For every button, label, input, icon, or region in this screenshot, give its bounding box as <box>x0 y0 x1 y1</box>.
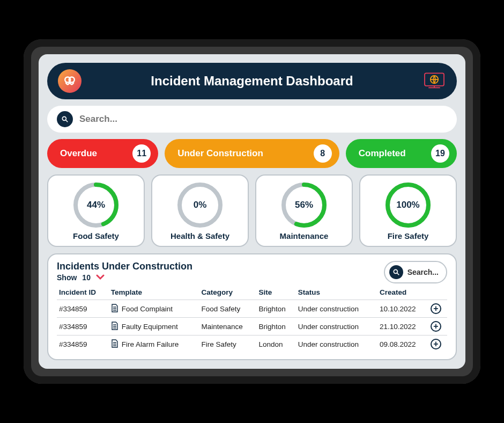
table-title: Incidents Under Construction <box>57 261 192 272</box>
status-pills-row: Overdue11Under Construction8Completed19 <box>47 139 457 168</box>
cell-status: Under construction <box>296 336 377 353</box>
gauge-percent: 44% <box>73 182 119 228</box>
search-icon <box>57 111 73 127</box>
header-bar: Incident Management Dashboard <box>47 63 457 99</box>
table-search-bar[interactable]: Search... <box>384 261 447 283</box>
table-row: #334859Food ComplaintFood SafetyBrighton… <box>57 300 447 318</box>
show-label: Show <box>57 273 77 282</box>
svg-point-17 <box>394 269 397 273</box>
search-input[interactable] <box>79 114 447 125</box>
cell-status: Under construction <box>296 300 377 318</box>
column-header: Site <box>257 286 296 300</box>
gauge-label: Health & Safety <box>171 231 229 240</box>
status-pill[interactable]: Under Construction8 <box>165 139 339 168</box>
pill-count-badge: 11 <box>132 144 151 163</box>
gauge-ring: 44% <box>73 182 119 228</box>
cell-incident-id: #334859 <box>57 300 109 318</box>
table-row: #334859Fire Alarm FailureFire SafetyLond… <box>57 336 447 353</box>
column-header: Template <box>109 286 199 300</box>
cell-category: Maintenance <box>199 318 257 336</box>
cell-created: 10.10.2022 <box>377 300 428 318</box>
cell-created: 09.08.2022 <box>377 336 428 353</box>
cell-incident-id: #334859 <box>57 318 109 336</box>
gauge-card[interactable]: 44%Food Safety <box>47 174 145 247</box>
page-title: Incident Management Dashboard <box>151 74 353 89</box>
gauge-card[interactable]: 56%Maintenance <box>255 174 353 247</box>
show-rows-selector[interactable]: Show 10 <box>57 273 192 282</box>
expand-row-button[interactable]: + <box>431 321 441 332</box>
search-icon <box>389 265 403 279</box>
main-search-bar[interactable] <box>47 106 457 133</box>
column-header: Created <box>377 286 428 300</box>
pill-count-badge: 19 <box>431 144 449 163</box>
expand-row-button[interactable]: + <box>431 339 441 349</box>
pill-count-badge: 8 <box>314 144 332 163</box>
gauge-label: Maintenance <box>280 231 329 240</box>
pill-label: Overdue <box>60 148 97 159</box>
gauge-card[interactable]: 100%Fire Safety <box>359 174 457 247</box>
gauge-percent: 100% <box>385 182 431 228</box>
incidents-table-card: Incidents Under Construction Show 10 Sea… <box>47 253 457 360</box>
svg-line-8 <box>66 120 68 122</box>
svg-line-18 <box>397 273 399 275</box>
app-screen: Incident Management Dashboard Overdue11U… <box>39 54 465 369</box>
document-icon <box>111 322 118 332</box>
document-icon <box>111 304 118 314</box>
pill-label: Under Construction <box>177 148 263 159</box>
status-pill[interactable]: Completed19 <box>346 139 457 168</box>
table-search-placeholder: Search... <box>407 268 439 276</box>
gauge-ring: 100% <box>385 182 431 228</box>
incidents-table: Incident IDTemplateCategorySiteStatusCre… <box>57 286 447 353</box>
show-value: 10 <box>82 273 91 282</box>
svg-point-7 <box>62 116 66 120</box>
cell-created: 21.10.2022 <box>377 318 428 336</box>
gauge-ring: 56% <box>281 182 327 228</box>
gauge-label: Food Safety <box>73 231 119 240</box>
status-pill[interactable]: Overdue11 <box>47 139 158 168</box>
cell-site: Brighton <box>257 318 296 336</box>
tablet-frame: Incident Management Dashboard Overdue11U… <box>24 39 480 384</box>
column-header: Status <box>296 286 377 300</box>
app-logo-icon <box>58 69 81 93</box>
cell-category: Fire Safety <box>199 336 257 353</box>
gauges-row: 44%Food Safety0%Health & Safety56%Mainte… <box>47 174 457 247</box>
document-icon <box>111 339 118 349</box>
cell-category: Food Safety <box>199 300 257 318</box>
gauge-percent: 56% <box>281 182 327 228</box>
chevron-down-icon <box>96 273 105 282</box>
table-row: #334859Faulty EquipmentMaintenanceBright… <box>57 318 447 336</box>
gauge-label: Fire Safety <box>388 231 429 240</box>
cell-incident-id: #334859 <box>57 336 109 353</box>
gauge-percent: 0% <box>177 182 223 228</box>
cell-template: Fire Alarm Failure <box>109 336 199 353</box>
expand-row-button[interactable]: + <box>431 303 441 314</box>
cell-template: Faulty Equipment <box>109 318 199 336</box>
column-header: Category <box>199 286 257 300</box>
gauge-ring: 0% <box>177 182 223 228</box>
column-header: Incident ID <box>57 286 109 300</box>
dashboard-globe-icon <box>423 70 446 92</box>
cell-template: Food Complaint <box>109 300 199 318</box>
pill-label: Completed <box>359 148 406 159</box>
cell-site: Brighton <box>257 300 296 318</box>
cell-site: London <box>257 336 296 353</box>
gauge-card[interactable]: 0%Health & Safety <box>151 174 249 247</box>
cell-status: Under construction <box>296 318 377 336</box>
